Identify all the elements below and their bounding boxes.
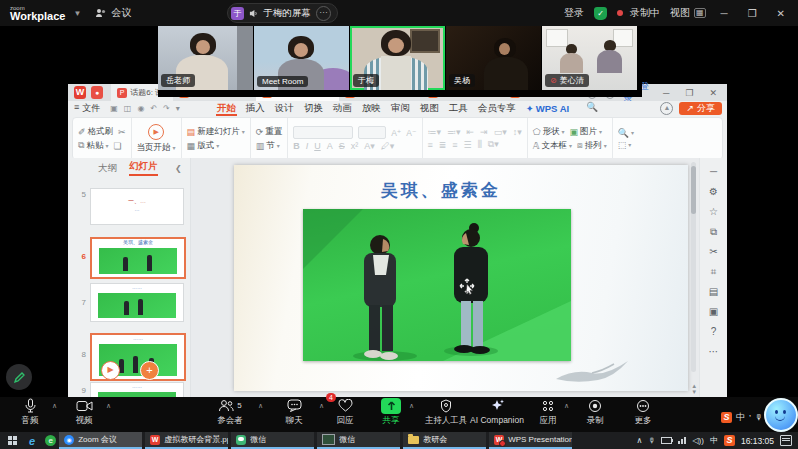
wps-logo-icon[interactable]: W [74,86,86,99]
copy-button[interactable]: ❏ [113,141,121,151]
browser-icon[interactable]: e [45,435,56,446]
more-options-icon[interactable]: ⋯ [316,6,331,21]
search-icon[interactable]: 🔍 [586,101,598,116]
screen-share-pill[interactable]: 于 于梅的屏幕 ⋯ [227,3,338,23]
ime-lang-toggle[interactable]: 中 [736,411,745,424]
annotate-button[interactable] [6,364,32,390]
tab-view[interactable]: 视图 [419,101,440,116]
login-button[interactable]: 登录 [564,6,584,20]
tab-transition[interactable]: 切换 [303,101,324,116]
security-shield-icon[interactable]: ✓ [594,7,607,20]
arrange-button[interactable]: ⧈排列▾ [577,140,607,152]
participant-video-3-active-speaker[interactable]: 于梅 [350,26,445,90]
pdf-doc-icon[interactable]: ● [91,86,103,99]
print-icon[interactable]: ◫ [124,104,132,113]
participant-video-1[interactable]: 岳老师 [158,26,253,90]
numbered-list-button[interactable]: ⧉▾ [488,139,499,150]
slide-thumbnail-6-current[interactable]: 吴琪、盛索金 [90,237,186,279]
vertical-scrollbar[interactable] [691,162,696,372]
collapse-ribbon-icon[interactable]: ▲ [660,102,673,115]
scrollbar-thumb[interactable] [691,166,696,214]
ime-mic-icon[interactable]: 🎙 [755,413,763,422]
taskbar-item-pptx[interactable]: W虚拟教研会背景.pptx… [145,432,228,449]
wps-close-button[interactable]: ✕ [705,88,721,98]
skin-icon[interactable]: ⌗ [711,266,717,277]
meeting-tab[interactable]: 会议 [95,6,131,20]
participant-video-4[interactable]: 吴杨 [446,26,541,90]
chevron-down-icon[interactable]: ▼ [73,9,81,18]
tab-slideshow[interactable]: 放映 [361,101,382,116]
cut-button[interactable]: ✂ [118,127,126,137]
tab-home[interactable]: 开始 [216,101,237,116]
reset-button[interactable]: ⟳重置 [256,126,283,138]
tab-tools[interactable]: 工具 [448,101,469,116]
font-name-select[interactable] [293,126,353,139]
more-tools-icon[interactable]: ⋯ [709,346,719,357]
wps-minimize-button[interactable]: ─ [659,88,673,98]
battery-icon[interactable] [661,437,672,444]
align-center-button[interactable]: ≣ [439,140,447,150]
new-slide-button[interactable]: ▤新建幻灯片▾ [187,126,245,138]
taskbar-item-wechat-1[interactable]: 微信 [231,432,314,449]
tray-ime-lang[interactable]: 中 [710,435,718,446]
slide-title[interactable]: 吴琪、盛索金 [234,179,648,202]
paste-button[interactable]: ⧉粘贴▾ [78,140,108,152]
underline-button[interactable]: U [314,141,321,151]
font-size-select[interactable] [358,126,386,139]
green-screen-video[interactable] [303,209,571,361]
bold-button[interactable]: B [293,141,300,151]
numbering-button[interactable]: ≕▾ [447,127,461,137]
more-button[interactable]: 更多 [608,397,678,427]
tab-animation[interactable]: 动画 [332,101,353,116]
redo-icon[interactable]: ↷ [163,104,170,113]
taskbar-item-folder[interactable]: 教研会 [403,432,486,449]
picture-button[interactable]: ▣图片▾ [570,126,603,138]
video-options-chevron[interactable]: ∧ [106,402,111,410]
minimize-button[interactable]: ─ [716,8,733,19]
tab-membership[interactable]: 会员专享 [477,101,517,116]
ie-browser-icon[interactable]: e [29,435,35,447]
ime-punct-icon[interactable]: ’ [749,413,751,423]
font-color-button[interactable]: A▾ [364,141,375,151]
outline-tab[interactable]: 大纲 [98,162,117,175]
network-icon[interactable] [678,437,686,444]
play-from-page-button[interactable]: 当页开始▾ [137,142,176,154]
add-slide-button[interactable]: + [140,361,159,380]
taskbar-item-zoom[interactable]: ◉Zoom 会议 [59,432,142,449]
section-button[interactable]: ▥节▾ [256,140,280,152]
slides-pane-icon[interactable]: ⧉ [710,226,717,237]
tab-design[interactable]: 设计 [274,101,295,116]
play-icon[interactable]: ▶ [148,124,164,140]
undo-icon[interactable]: ↶ [150,104,157,113]
highlight-button[interactable]: 🖊▾ [381,141,395,151]
wps-share-button[interactable]: ↗分享 [679,102,722,115]
wps-restore-button[interactable]: ❐ [681,88,697,98]
italic-button[interactable]: I [306,141,309,151]
video-button[interactable]: 视频 ∧ [49,397,119,427]
decrease-font-button[interactable]: A⁻ [406,128,416,138]
textbox-button[interactable]: 𝔸文本框▾ [533,140,572,152]
shadow-button[interactable]: A [327,141,333,151]
participant-video-5[interactable]: ⊘ 姜心清 [542,26,637,90]
speaker-icon[interactable]: ◁)) [692,436,703,445]
participant-video-2[interactable]: Meet Room [254,26,349,90]
text-direction-button[interactable]: ▭▾ [494,127,507,137]
assistant-avatar[interactable] [764,398,798,432]
taskbar-item-wechat-2[interactable]: 微信 [317,432,400,449]
slide[interactable]: 吴琪、盛索金 [234,165,688,391]
tab-wps-ai[interactable]: ✦WPS AI [525,101,570,116]
increase-font-button[interactable]: A⁺ [391,128,401,138]
start-button[interactable] [8,436,17,445]
selection-pane-button[interactable]: ⬚▾ [618,140,632,150]
help-icon[interactable]: ? [711,326,717,337]
clock[interactable]: 16:13:05 [741,436,774,446]
file-menu[interactable]: ≡文件 [74,102,100,115]
collapse-rail-icon[interactable]: ─ [710,166,717,177]
tab-review[interactable]: 审阅 [390,101,411,116]
star-icon[interactable]: ☆ [709,206,718,217]
restore-button[interactable]: ❐ [743,8,762,19]
collapse-panel-icon[interactable]: ❮ [175,164,182,173]
view-button[interactable]: 视图▦ [670,6,706,20]
align-right-button[interactable]: ≡ [452,140,457,150]
notes-icon[interactable]: ▣ [709,306,718,317]
